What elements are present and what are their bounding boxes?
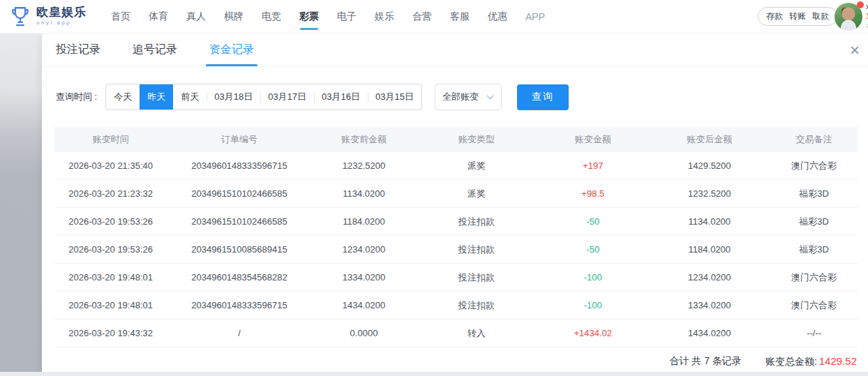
- cell-order-number: 2034960148333596715: [167, 300, 311, 310]
- filter-label: 查询时间 :: [56, 91, 97, 103]
- table-row: 2026-03-20 21:35:40 2034960148333596715 …: [54, 152, 858, 180]
- close-icon[interactable]: ×: [846, 40, 864, 60]
- date-filter-button[interactable]: 昨天: [140, 84, 173, 110]
- nav-item[interactable]: 合营: [407, 0, 437, 33]
- records-panel: 投注记录追号记录资金记录 × 查询时间 : 今天昨天前天03月18日03月17日…: [42, 33, 868, 376]
- date-filter-button[interactable]: 前天: [173, 84, 207, 110]
- column-header: 账变后金额: [649, 133, 770, 146]
- cell-remark: 福彩3D: [770, 216, 858, 228]
- cell-change-amount: +197: [537, 160, 649, 171]
- account-type-select[interactable]: 全部账变: [435, 84, 502, 110]
- column-header: 账变金额: [537, 133, 649, 146]
- table-header-row: 账变时间订单编号账变前金额账变类型账变金额账变后金额交易备注: [54, 127, 858, 152]
- total-amount: 账变总金额:1429.52: [765, 355, 857, 368]
- wallet-action-button[interactable]: 取款: [812, 10, 829, 22]
- cell-amount-before: 1434.0200: [312, 300, 417, 310]
- cell-change-type: 派奖: [416, 188, 537, 200]
- cell-amount-before: 1134.0200: [312, 188, 417, 199]
- table-row: 2026-03-20 19:53:26 2034961510085689415 …: [54, 236, 858, 264]
- table-row: 2026-03-20 19:48:01 2034960148333596715 …: [54, 292, 858, 319]
- date-filter-button[interactable]: 03月15日: [368, 84, 421, 110]
- nav-item[interactable]: 优惠: [483, 0, 512, 33]
- nav-item[interactable]: 电子: [332, 0, 361, 33]
- cell-order-number: 2034961510085689415: [167, 244, 311, 255]
- cell-change-type: 投注扣款: [416, 243, 537, 256]
- query-button[interactable]: 查询: [517, 84, 569, 110]
- date-filter-button[interactable]: 03月17日: [260, 84, 314, 110]
- cell-change-amount: -100: [537, 300, 649, 310]
- user-avatar-wrap: [835, 3, 862, 31]
- top-navigation-bar: 欧皇娱乐 ohyl.app 首页体育真人棋牌电竞彩票电子娱乐合营客服优惠APP …: [0, 0, 868, 33]
- notification-dot: [857, 1, 864, 8]
- cell-change-time: 2026-03-20 19:48:01: [54, 272, 167, 283]
- records-tabs: 投注记录追号记录资金记录: [56, 33, 254, 66]
- cell-change-type: 转入: [416, 327, 537, 340]
- cell-order-number: 2034961510102466585: [167, 188, 311, 199]
- cell-amount-before: 1334.0200: [312, 272, 417, 283]
- wallet-action-button[interactable]: 转账: [789, 10, 806, 22]
- cell-order-number: 2034961510102466585: [167, 216, 311, 227]
- records-tab[interactable]: 投注记录: [56, 33, 100, 66]
- nav-item[interactable]: 彩票: [294, 0, 324, 33]
- table-body: 2026-03-20 21:35:40 2034960148333596715 …: [54, 152, 858, 347]
- nav-item[interactable]: 客服: [445, 0, 474, 33]
- column-header: 订单编号: [167, 133, 311, 146]
- cell-amount-before: 0.0000: [312, 328, 417, 338]
- cell-change-amount: -100: [537, 272, 649, 283]
- table-row: 2026-03-20 21:23:32 2034961510102466585 …: [54, 180, 858, 208]
- cell-change-amount: +98.5: [537, 188, 649, 199]
- cell-remark: 澳门六合彩: [770, 299, 858, 312]
- brand-text: 欧皇娱乐 ohyl.app: [36, 6, 87, 27]
- nav-item[interactable]: 首页: [106, 0, 135, 33]
- page-background-strip: [0, 33, 42, 376]
- date-filter-button[interactable]: 03月18日: [207, 84, 260, 110]
- record-count-text: 合计 共 7 条记录: [669, 355, 741, 368]
- nav-item[interactable]: 棋牌: [219, 0, 248, 33]
- cell-amount-after: 1134.0200: [649, 216, 770, 227]
- cell-change-time: 2026-03-20 19:53:26: [54, 244, 167, 255]
- cell-remark: 福彩3D: [770, 188, 858, 200]
- nav-item[interactable]: APP: [521, 0, 550, 33]
- nav-item[interactable]: 真人: [181, 0, 211, 33]
- cell-change-time: 2026-03-20 19:43:32: [54, 328, 167, 338]
- main-navigation: 首页体育真人棋牌电竞彩票电子娱乐合营客服优惠APP: [106, 0, 550, 33]
- cell-order-number: /: [167, 328, 311, 338]
- table-row: 2026-03-20 19:48:01 2034960148354568282 …: [54, 264, 858, 292]
- brand-subtitle: ohyl.app: [36, 20, 87, 27]
- cell-change-type: 派奖: [416, 160, 537, 172]
- total-amount-label: 账变总金额:: [765, 356, 817, 367]
- wallet-action-button[interactable]: 存款: [766, 10, 783, 22]
- brand-title: 欧皇娱乐: [36, 6, 87, 20]
- cell-amount-after: 1434.0200: [649, 328, 770, 338]
- cell-remark: 澳门六合彩: [770, 271, 858, 284]
- column-header: 账变时间: [54, 133, 167, 146]
- cell-change-amount: +1434.02: [537, 328, 649, 338]
- cell-remark: 澳门六合彩: [770, 160, 858, 172]
- table-row: 2026-03-20 19:53:26 2034961510102466585 …: [54, 208, 858, 236]
- cell-change-type: 投注扣款: [416, 216, 537, 228]
- cell-amount-after: 1184.0200: [649, 244, 770, 255]
- brand-logo[interactable]: 欧皇娱乐 ohyl.app: [8, 5, 87, 29]
- column-header: 账变前金额: [312, 133, 417, 146]
- funds-table: 账变时间订单编号账变前金额账变类型账变金额账变后金额交易备注 2026-03-2…: [54, 127, 858, 375]
- records-tab[interactable]: 资金记录: [209, 33, 254, 66]
- chevron-down-icon: [486, 95, 494, 100]
- cell-amount-after: 1232.5200: [649, 188, 770, 199]
- cell-amount-before: 1184.0200: [312, 216, 417, 227]
- date-filter-button[interactable]: 今天: [106, 84, 140, 110]
- nav-item[interactable]: 体育: [144, 0, 173, 33]
- nav-item[interactable]: 娱乐: [370, 0, 399, 33]
- table-row: 2026-03-20 19:43:32 / 0.0000 转入 +1434.02…: [54, 319, 858, 347]
- cell-change-time: 2026-03-20 19:48:01: [54, 300, 167, 310]
- date-filter-button[interactable]: 03月16日: [314, 84, 368, 110]
- cell-change-time: 2026-03-20 21:35:40: [54, 160, 167, 171]
- filter-row: 查询时间 : 今天昨天前天03月18日03月17日03月16日03月15日 全部…: [56, 84, 868, 110]
- wallet-actions-pill: 存款转账取款: [758, 7, 837, 26]
- cell-order-number: 2034960148333596715: [167, 160, 311, 171]
- cell-amount-after: 1234.0200: [649, 272, 770, 283]
- records-tab[interactable]: 追号记录: [133, 33, 177, 66]
- cell-change-amount: -50: [537, 244, 649, 255]
- cell-amount-before: 1232.5200: [312, 160, 417, 171]
- nav-item[interactable]: 电竞: [257, 0, 286, 33]
- cell-change-amount: -50: [537, 216, 649, 227]
